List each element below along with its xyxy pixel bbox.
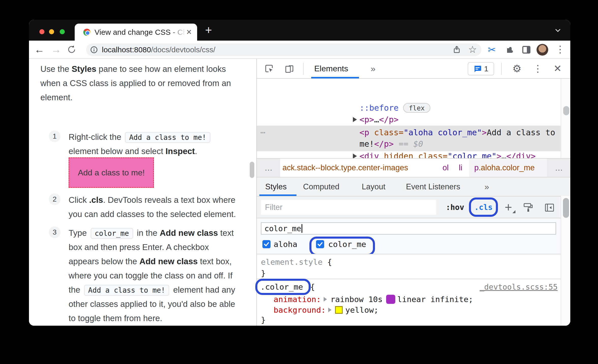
checkbox-aloha[interactable]	[262, 240, 271, 248]
docs-page: Use the Styles pane to see how an elemen…	[29, 59, 256, 326]
text-segment: box and then press Enter. A checkbox	[69, 242, 209, 252]
dom-scrollbar-thumb[interactable]	[563, 106, 569, 115]
browser-menu-icon[interactable]: ⋮	[555, 44, 565, 55]
text-segment: where you can toggle the class on and of…	[69, 271, 232, 280]
css-property-background[interactable]: background: yellow;	[274, 305, 379, 315]
step-1-text: Right-click the Add a class to me!elemen…	[69, 130, 212, 158]
text-segment: .	[195, 146, 197, 156]
tab-strip: View and change CSS - Chrome ✕ +	[29, 20, 570, 41]
checkbox-label-aloha[interactable]: aloha	[274, 239, 297, 249]
styles-scrollbar-gutter	[561, 196, 570, 326]
tab-computed[interactable]: Computed	[303, 177, 339, 196]
crumb-selected[interactable]: p.aloha.color_me	[469, 159, 547, 177]
css-property-animation[interactable]: animation: rainbow 10s linear infinite;	[274, 294, 473, 305]
stylesheet-source-link[interactable]: _devtools.scss:55	[480, 281, 558, 293]
inspect-element-icon[interactable]	[264, 64, 274, 74]
dom-node-selected-line-1[interactable]: <p class="aloha color_me">Add a class to	[359, 127, 555, 138]
text-segment: text box,	[198, 257, 232, 266]
more-panels-icon[interactable]: »	[371, 59, 375, 78]
text-segment: element had any	[171, 285, 235, 294]
devtools-menu-icon[interactable]: ⋮	[533, 59, 543, 78]
text-segment: pane to see how an element looks	[96, 64, 226, 74]
profile-avatar[interactable]	[537, 44, 548, 56]
close-window-button[interactable]	[39, 29, 44, 34]
styles-filter-input[interactable]	[261, 200, 436, 215]
chevron-down-icon[interactable]	[553, 26, 563, 35]
dom-node-p-collapsed[interactable]: <p>…</p>	[359, 114, 399, 125]
text-segment: >	[482, 128, 487, 137]
flex-badge[interactable]: flex	[403, 103, 430, 113]
crumbs-overflow-left[interactable]: …	[257, 159, 280, 177]
tab-styles[interactable]: Styles	[265, 177, 287, 196]
text-segment: other classes applied to it, you'd also …	[69, 299, 235, 309]
settings-gear-icon[interactable]: ⚙	[509, 59, 525, 78]
text-segment: Styles	[72, 64, 96, 74]
expand-arrow-icon[interactable]	[353, 117, 357, 122]
tab-event-listeners[interactable]: Event Listeners	[406, 177, 460, 196]
minimize-window-button[interactable]	[49, 29, 54, 34]
text-segment: you can add classes to the selected elem…	[69, 209, 236, 219]
dom-node-selected-line-2[interactable]: me!</p> == $0	[359, 138, 423, 150]
expand-value-icon[interactable]	[324, 297, 327, 302]
toggle-hover-state-button[interactable]: :hov	[446, 196, 464, 218]
text-segment: Add new class	[139, 257, 198, 266]
text-segment: Right-click the	[69, 132, 123, 142]
tab-elements[interactable]: Elements	[314, 59, 348, 78]
crumb-ol[interactable]: ol	[443, 159, 449, 177]
reload-button[interactable]	[67, 44, 78, 56]
url-path: /docs/devtools/css/	[151, 45, 215, 54]
bookmark-star-icon[interactable]: ☆	[468, 44, 477, 55]
element-style-selector[interactable]: element.style {	[261, 256, 332, 268]
crumbs-overflow-right[interactable]: …	[547, 159, 570, 177]
dom-node-before[interactable]: ::before flex	[359, 102, 430, 113]
styles-scrollbar-thumb[interactable]	[563, 198, 569, 218]
screenshot-stage: View and change CSS - Chrome ✕ + ← → loc…	[0, 0, 598, 364]
checkbox-label-color-me[interactable]: color_me	[328, 239, 366, 249]
bezier-editor-icon[interactable]	[386, 295, 395, 304]
site-info-icon[interactable]	[90, 46, 98, 54]
text-line: box and then press Enter. A checkbox	[69, 240, 235, 254]
expand-value-icon[interactable]	[328, 308, 332, 312]
class-editor-pane: color_me aloha color_me	[257, 218, 570, 254]
page-scrollbar-thumb[interactable]	[250, 162, 254, 178]
browser-tab[interactable]: View and change CSS - Chrome ✕	[75, 24, 197, 41]
url-text[interactable]: localhost:8080/docs/devtools/css/	[102, 43, 215, 56]
zoom-window-button[interactable]	[60, 29, 65, 34]
sidebar-toggle-icon[interactable]	[544, 202, 555, 213]
crumb-stack-block[interactable]: ack.stack--block.type.center-images	[282, 159, 408, 177]
add-new-class-input[interactable]: color_me	[261, 222, 556, 235]
paint-roller-icon[interactable]	[523, 202, 534, 213]
text-segment: .cls	[89, 195, 103, 205]
tab-layout[interactable]: Layout	[362, 177, 385, 196]
devtools-close-icon[interactable]: ✕	[552, 59, 564, 78]
toggle-classes-button[interactable]: .cls	[469, 197, 498, 217]
element-style-close-brace: }	[261, 268, 266, 279]
checkbox-color-me[interactable]	[316, 240, 324, 248]
text-segment: ::before	[359, 103, 399, 113]
crumb-li[interactable]: li	[459, 159, 462, 177]
text-segment: Add a class to me!	[84, 285, 169, 296]
rule-selector[interactable]: .color_me{	[260, 281, 315, 292]
back-button[interactable]: ←	[34, 44, 45, 55]
device-toolbar-icon[interactable]	[284, 64, 294, 74]
step-number: 2	[49, 193, 60, 205]
demo-element[interactable]: Add a class to me!	[69, 157, 154, 188]
tab-close-icon[interactable]: ✕	[184, 28, 194, 37]
address-bar[interactable]: localhost:8080/docs/devtools/css/ ☆	[86, 43, 481, 56]
rule-close-brace: }	[261, 314, 266, 325]
dom-scrollbar-gutter	[561, 79, 570, 158]
side-panel-icon[interactable]	[521, 45, 531, 55]
new-style-rule-button[interactable]: +	[502, 201, 514, 214]
forward-button[interactable]: →	[50, 44, 62, 55]
console-messages-badge[interactable]: 1	[468, 62, 494, 75]
color-swatch-yellow[interactable]	[335, 306, 343, 314]
expand-arrow-icon[interactable]	[353, 154, 357, 159]
browser-toolbar: ← → localhost:8080/docs/devtools/css/ ☆ …	[29, 41, 570, 59]
extensions-puzzle-icon[interactable]	[504, 45, 515, 55]
scissors-extension-icon[interactable]: ✂	[488, 44, 496, 55]
node-options-ellipsis[interactable]: ⋯	[260, 127, 265, 138]
more-tabs-icon[interactable]: »	[484, 177, 489, 196]
new-tab-button[interactable]: +	[203, 23, 214, 37]
text-line: element below and select Inspect.	[69, 144, 212, 158]
share-icon[interactable]	[452, 45, 461, 54]
